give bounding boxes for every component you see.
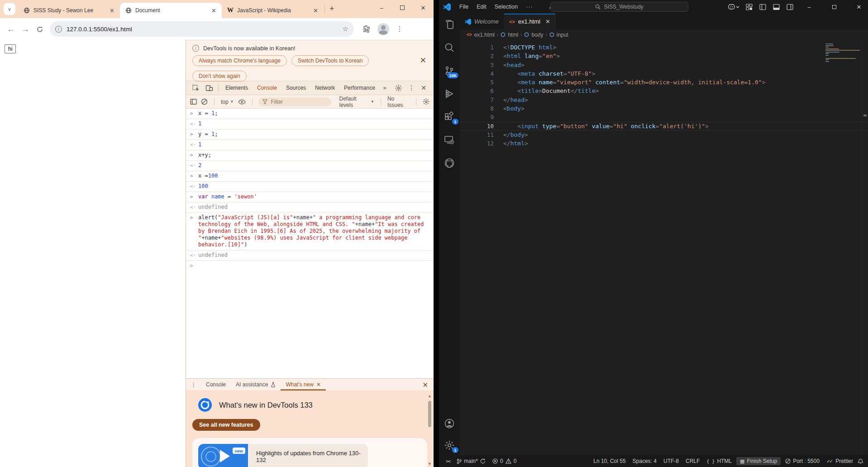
code-line[interactable]: 5 <meta name="viewport" content="width=d… [460,78,868,87]
issues-counter[interactable]: No Issues [387,96,410,108]
scroll-up-icon[interactable]: ▲ [427,394,432,398]
code-line[interactable]: 8<body> [460,104,868,113]
console-in-row[interactable]: >alert("JavaScript (JS)[a] is"+name+" a … [186,213,434,250]
tab-search-button[interactable]: v [4,3,15,15]
menu-selection[interactable]: Selection [491,4,522,10]
page-hi-button[interactable]: hi [5,44,16,53]
drawer-menu-icon[interactable]: ⋮ [191,381,196,388]
more-tabs-icon[interactable]: » [380,85,390,91]
url-text[interactable]: 127.0.0.1:5500/ex1.html [67,26,343,33]
devtools-menu-icon[interactable]: ⋮ [408,84,415,91]
eol-sequence[interactable]: CRLF [683,458,702,464]
remote-explorer-icon[interactable] [444,135,455,145]
code-line[interactable]: 9 [460,113,868,121]
tab-ex1-html[interactable]: <> ex1.html ✕ [504,14,556,29]
code-line[interactable]: 1<!DOCTYPE html> [460,43,868,52]
code-line[interactable]: 11</body> [460,130,868,139]
menu-more-icon[interactable]: ··· [522,4,537,10]
github-icon[interactable] [444,158,455,169]
tab-network[interactable]: Network [310,85,339,91]
highlights-card[interactable]: new Highlights of updates from Chrome 13… [198,444,368,467]
prettier-item[interactable]: ✓✓ Prettier [824,458,855,464]
inspect-element-icon[interactable] [192,85,200,91]
customize-layout-icon[interactable] [746,4,753,10]
indentation[interactable]: Spaces: 4 [630,458,659,464]
drawer-tab-whats-new[interactable]: What's new ✕ [281,379,326,390]
console-out-row[interactable]: <·undefined [186,202,434,213]
settings-gear-icon[interactable]: 1 [444,440,455,451]
tab-welcome[interactable]: Welcome [460,14,504,29]
encoding[interactable]: UTF-8 [661,458,681,464]
settings-gear-icon[interactable] [395,85,402,91]
browser-tab-wikipedia[interactable]: W JavaScript - Wikipedia ✕ [222,3,324,18]
bookmark-star-icon[interactable]: ☆ [343,25,348,33]
extensions-puzzle-icon[interactable] [362,25,370,33]
code-line[interactable]: 6 <title>Document</title> [460,87,868,95]
source-control-icon[interactable]: 10K [444,65,455,76]
toggle-secondary-sidebar-icon[interactable] [787,4,793,10]
browser-menu-icon[interactable]: ⋮ [396,25,404,33]
browser-tab-document[interactable]: Document ✕ [120,3,222,18]
drawer-tab-close-icon[interactable]: ✕ [316,381,321,388]
drawer-tab-console[interactable]: Console [201,379,231,390]
tab-close-icon[interactable]: ✕ [311,7,320,14]
console-out-row[interactable]: <·undefined [186,250,434,261]
extensions-icon[interactable]: 1 [444,111,455,122]
tab-performance[interactable]: Performance [339,85,380,91]
tab-close-icon[interactable]: ✕ [545,18,550,25]
vscode-minimize-button[interactable]: – [800,0,818,14]
code-line[interactable]: 12</html> [460,139,868,148]
tab-close-icon[interactable]: ✕ [210,7,218,14]
eye-icon[interactable] [238,99,246,105]
console-in-row[interactable]: >y = 1; [186,130,434,140]
finish-setup-item[interactable]: ▦ Finish Setup [736,457,781,465]
tab-sources[interactable]: Sources [281,85,310,91]
match-language-button[interactable]: Always match Chrome's language [192,55,287,66]
devtools-close-icon[interactable]: ✕ [421,84,426,91]
problems-item[interactable]: 0 0 [490,458,519,464]
console-out-row[interactable]: <·1 [186,119,434,130]
remote-indicator[interactable]: >< [444,458,452,464]
log-levels-selector[interactable]: Default levels ▼ [339,96,374,108]
profile-avatar[interactable] [377,23,389,35]
drawer-tab-ai-assistance[interactable]: AI assistance [231,379,281,390]
search-icon[interactable] [444,42,455,53]
site-info-icon[interactable]: i [55,26,62,33]
code-line[interactable]: 4 <meta charset="UTF-8"> [460,69,868,78]
infobar-close-icon[interactable]: ✕ [420,56,426,65]
maximize-button[interactable] [392,0,413,15]
drawer-close-icon[interactable]: ✕ [422,381,428,389]
close-button[interactable]: ✕ [413,0,434,15]
breadcrumb-input[interactable]: input [557,32,568,38]
reload-button[interactable] [33,24,47,34]
language-mode[interactable]: { } HTML [704,458,734,464]
see-all-features-button[interactable]: See all new features [192,419,260,431]
git-branch-item[interactable]: main* [454,458,488,464]
cursor-position[interactable]: Ln 10, Col 55 [591,458,628,464]
forward-button[interactable]: → [18,24,33,34]
console-out-row[interactable]: <·1 [186,140,434,150]
browser-tab-siss[interactable]: SISS Study - Sewon Lee ✕ [18,3,120,18]
console-filter-input[interactable]: Filter [258,97,331,106]
dont-show-again-button[interactable]: Don't show again [192,71,247,82]
code-line[interactable]: 7</head> [460,96,868,104]
tab-console[interactable]: Console [253,85,281,91]
notifications-bell-icon[interactable] [858,458,863,464]
console-out-row[interactable]: <·2 [186,161,434,171]
explorer-icon[interactable] [444,19,455,30]
console-out-row[interactable]: <·100 [186,182,434,192]
console-in-row[interactable]: >x = 1; [186,109,434,119]
whats-new-scrollbar[interactable]: ▲ ▼ [427,394,432,467]
breadcrumb-body[interactable]: body [531,32,543,38]
account-icon[interactable] [444,418,455,429]
address-bar[interactable]: i 127.0.0.1:5500/ex1.html ☆ [50,21,354,37]
code-line[interactable]: 3<head> [460,61,868,69]
context-selector[interactable]: top ▼ [221,99,234,105]
breadcrumb-html[interactable]: html [508,32,518,38]
device-toolbar-icon[interactable] [205,85,213,91]
tab-elements[interactable]: Elements [221,85,253,91]
scroll-down-icon[interactable]: ▼ [427,462,432,466]
console-sidebar-icon[interactable] [190,99,197,105]
console-in-row[interactable]: >x+y; [186,150,434,161]
code-line[interactable]: 2<html lang="en"> [460,52,868,60]
